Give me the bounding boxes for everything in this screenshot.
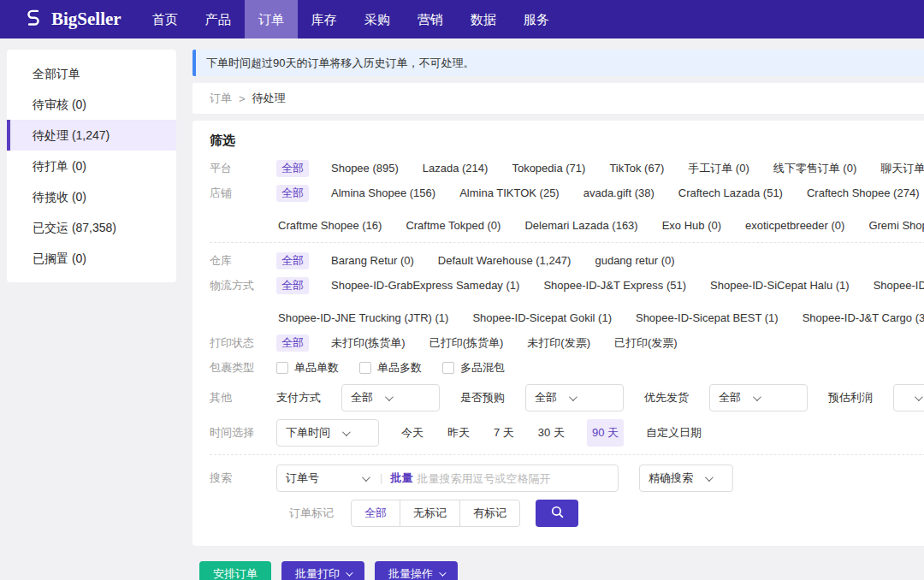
arrange-orders-button[interactable]: 安排订单 (199, 561, 271, 580)
checkbox-option[interactable]: 单品多数 (359, 359, 422, 376)
filter-option[interactable]: 全部 (276, 277, 309, 294)
breadcrumb: 订单 > 待处理 (192, 83, 924, 114)
filter-option[interactable]: 今天 (400, 419, 425, 447)
order-mark-label: 订单标记 (289, 500, 334, 527)
batch-search-link[interactable]: 批量 (390, 470, 412, 487)
nav-item[interactable]: 营销 (404, 0, 457, 38)
filter-option[interactable]: Shopee-ID-J&T Express (51) (542, 277, 688, 294)
nav-item[interactable]: 首页 (139, 0, 192, 38)
filter-row-label: 其他 (210, 384, 276, 411)
bulk-actions: 安排订单 批量打印 批量操作 (199, 561, 924, 580)
filter-option[interactable]: 30 天 (536, 419, 566, 447)
filter-row: 仓库全部Barang Retur (0)Default Warehouse (1… (210, 252, 924, 269)
filter-option[interactable]: 未打印(拣货单) (329, 334, 407, 352)
filter-option[interactable]: 全部 (276, 334, 309, 352)
filter-option[interactable]: 昨天 (446, 419, 471, 447)
checkbox[interactable] (359, 362, 371, 374)
filter-option[interactable]: 未打印(发票) (525, 334, 592, 352)
filter-option[interactable]: Shopee-ID-SiCepat Halu (1) (708, 277, 851, 294)
filter-option[interactable]: Craftme Shopee (16) (276, 217, 383, 234)
checkbox-label: 多品混包 (460, 359, 505, 376)
sidebar-item[interactable]: 已交运 (87,358) (7, 212, 176, 243)
filter-option[interactable]: avada.gift (38) (582, 185, 656, 202)
filter-option[interactable]: Gremi Shopee (357) (867, 217, 924, 234)
filter-option[interactable]: Barang Retur (0) (329, 252, 416, 269)
filter-option[interactable]: Shopee-ID-GrabExpress Sameday (1) (329, 277, 521, 294)
search-mode-select[interactable]: 精确搜索 (639, 465, 733, 492)
filter-option[interactable]: Shopee-ID-J&T Cargo (3) (801, 310, 924, 327)
nav-item[interactable]: 服务 (510, 0, 563, 38)
sidebar-item[interactable]: 全部订单 (7, 58, 176, 89)
select[interactable] (893, 384, 924, 411)
sidebar-item[interactable]: 待处理 (1,247) (7, 120, 176, 151)
nav-item[interactable]: 数据 (457, 0, 510, 38)
filter-option[interactable]: Exo Hub (0) (660, 217, 723, 234)
brand[interactable]: BigSeller (22, 7, 121, 33)
filter-option[interactable]: Craftme Tokped (0) (404, 217, 502, 234)
main-panel: 下单时间超过90天的订单将移入历史订单，不可处理。 订单 > 待处理 筛选 平台… (192, 50, 924, 580)
nav-item[interactable]: 库存 (298, 0, 351, 38)
filter-option[interactable]: 90 天 (587, 419, 624, 447)
filter-option[interactable]: 全部 (276, 252, 309, 269)
filter-option[interactable]: Tokopedia (71) (510, 160, 587, 177)
sidebar-item[interactable]: 待揽收 (0) (7, 181, 176, 212)
filter-row-options: 全部未打印(拣货单)已打印(拣货单)未打印(发票)已打印(发票) (276, 334, 679, 352)
select[interactable]: 全部 (709, 384, 808, 411)
sidebar-item[interactable]: 已搁置 (0) (7, 243, 176, 274)
filter-option[interactable]: TikTok (67) (607, 160, 666, 177)
checkbox-option[interactable]: 单品单数 (276, 359, 339, 376)
nav-item[interactable]: 产品 (192, 0, 245, 38)
filter-row: 包裹类型单品单数单品多数多品混包 (210, 359, 924, 376)
search-type-select[interactable]: 订单号 (277, 465, 378, 491)
filter-option[interactable]: 手工订单 (0) (686, 160, 751, 177)
filter-option[interactable]: 自定义日期 (644, 419, 703, 447)
nav-item[interactable]: 采购 (351, 0, 404, 38)
filter-option[interactable]: Shopee-ID-JNE Trucking (JTR) (1) (276, 310, 450, 327)
filter-row: 平台全部Shopee (895)Lazada (214)Tokopedia (7… (210, 160, 924, 177)
filter-option[interactable]: Shopee (895) (329, 160, 400, 177)
filter-option[interactable]: Shopee-ID-Sicepat Gokil (1) (471, 310, 613, 327)
order-mark-option[interactable]: 有标记 (459, 500, 520, 527)
checkbox[interactable] (442, 362, 454, 374)
search-input[interactable] (417, 465, 618, 491)
filter-option[interactable]: Craftech Lazada (51) (677, 185, 785, 202)
filter-option[interactable]: Delemari Lazada (163) (523, 217, 639, 234)
filter-option[interactable]: Craftech Shopee (274) (805, 185, 921, 202)
select[interactable]: 全部 (525, 384, 624, 411)
filter-option[interactable]: Almina Shopee (156) (329, 185, 437, 202)
filter-option[interactable]: Lazada (214) (421, 160, 490, 177)
filter-option[interactable]: exoticpetbreeder (0) (743, 217, 846, 234)
checkbox-label: 单品多数 (377, 359, 422, 376)
filter-row-options: 全部Shopee-ID-GrabExpress Sameday (1)Shope… (276, 277, 924, 327)
select[interactable]: 下单时间 (276, 419, 379, 447)
filter-option[interactable]: 全部 (276, 160, 309, 177)
checkbox[interactable] (276, 362, 288, 374)
batch-print-button[interactable]: 批量打印 (281, 561, 364, 580)
filter-option[interactable]: 线下零售订单 (0) (772, 160, 859, 177)
select[interactable]: 全部 (341, 384, 440, 411)
batch-operations-button[interactable]: 批量操作 (375, 561, 458, 580)
filter-option[interactable]: 已打印(发票) (613, 334, 679, 352)
checkbox-option[interactable]: 多品混包 (442, 359, 505, 376)
filter-option[interactable]: Default Warehouse (1,247) (436, 252, 573, 269)
inline-label: 优先发货 (644, 384, 689, 411)
order-mark-option[interactable]: 全部 (351, 500, 400, 527)
filter-option[interactable]: 聊天订单 (0) (879, 160, 924, 177)
sidebar-item[interactable]: 待打单 (0) (7, 151, 176, 181)
filter-option[interactable]: Shopee-ID-Sicepat BEST (1) (634, 310, 780, 327)
breadcrumb-parent[interactable]: 订单 (210, 91, 232, 106)
order-mark-option[interactable]: 无标记 (400, 500, 460, 527)
filter-option[interactable]: 已打印(拣货单) (428, 334, 506, 352)
inline-label: 支付方式 (276, 384, 321, 411)
filter-option[interactable]: Shopee-ID-Ninja Xpress (4) (872, 277, 924, 294)
filter-row-options: 单品单数单品多数多品混包 (276, 359, 505, 376)
nav-item[interactable]: 订单 (245, 0, 298, 38)
filter-option[interactable]: 全部 (276, 185, 309, 202)
filter-row-label: 店铺 (210, 185, 276, 202)
filter-option[interactable]: 7 天 (492, 419, 516, 447)
filter-row-options: 全部Barang Retur (0)Default Warehouse (1,2… (276, 252, 677, 269)
filter-option[interactable]: gudang retur (0) (593, 252, 676, 269)
search-button[interactable] (536, 500, 578, 527)
sidebar-item[interactable]: 待审核 (0) (7, 89, 176, 120)
filter-option[interactable]: Almina TIKTOK (25) (458, 185, 561, 202)
